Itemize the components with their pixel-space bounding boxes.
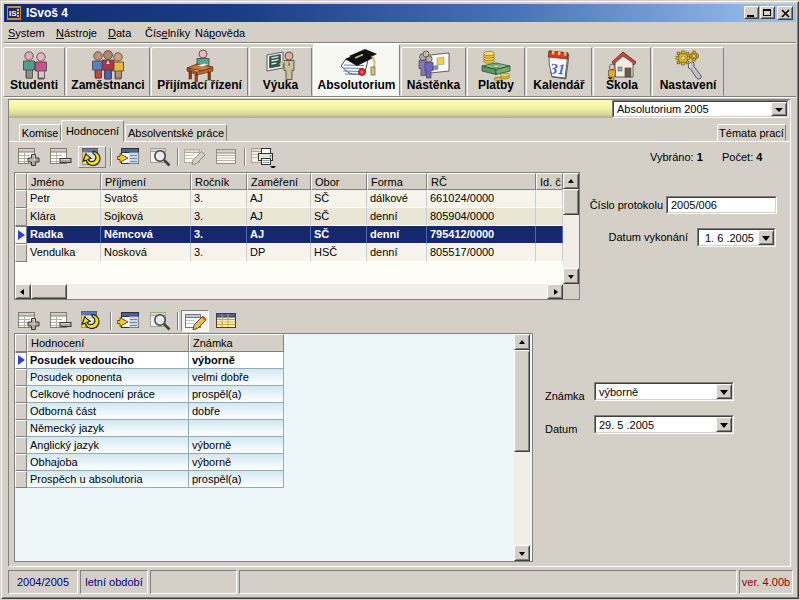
svg-text:IS: IS: [9, 9, 17, 18]
svg-text:31: 31: [548, 60, 565, 77]
